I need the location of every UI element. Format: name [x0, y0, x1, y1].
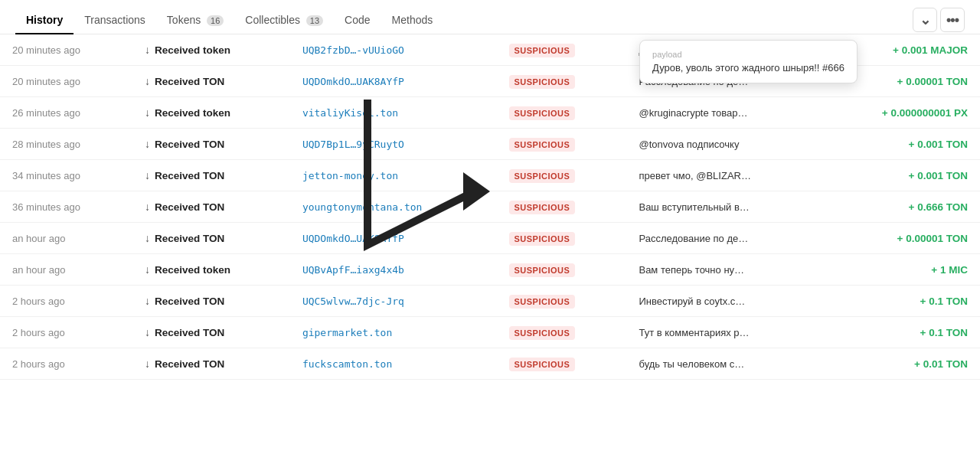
- row-badge-cell: SUSPICIOUS: [497, 254, 627, 286]
- row-time: 20 minutes ago: [0, 66, 132, 97]
- tab-bar: History Transactions Tokens 16 Collectib…: [0, 0, 980, 34]
- row-amount: + 1 MIC: [822, 254, 980, 286]
- payload-label: payload: [652, 50, 844, 59]
- more-options-button[interactable]: •••: [940, 8, 965, 32]
- row-address[interactable]: UQDOmkdO…UAK8AYfP: [290, 66, 497, 97]
- row-address[interactable]: youngtonymontana.ton: [290, 191, 497, 223]
- suspicious-badge: SUSPICIOUS: [509, 169, 576, 183]
- row-type-label: Received token: [155, 107, 230, 119]
- row-time: 36 minutes ago: [0, 191, 132, 223]
- row-type: ↓ Received token: [132, 34, 290, 66]
- table-row[interactable]: an hour ago ↓ Received token UQBvApfF…ia…: [0, 254, 980, 286]
- receive-arrow-icon: ↓: [145, 106, 150, 119]
- suspicious-badge: SUSPICIOUS: [509, 106, 576, 120]
- row-badge-cell: SUSPICIOUS: [497, 34, 627, 66]
- row-time: 2 hours ago: [0, 317, 132, 348]
- row-type-label: Received TON: [155, 76, 224, 87]
- row-address[interactable]: UQB2fzbD…-vUUioGO: [290, 34, 497, 66]
- row-address[interactable]: fuckscamton.ton: [290, 348, 497, 380]
- row-comment: Ваш вступительный в…: [626, 191, 822, 223]
- table-row[interactable]: 2 hours ago ↓ Received TON UQC5wlvw…7djc…: [0, 286, 980, 317]
- row-type-label: Received TON: [155, 327, 224, 338]
- suspicious-badge: SUSPICIOUS: [509, 358, 576, 371]
- payload-popup: payload Дуров, уволь этого жадного шныря…: [639, 40, 858, 83]
- chevron-down-icon: ⌄: [920, 11, 931, 28]
- row-type: ↓ Received TON: [132, 129, 290, 160]
- row-address[interactable]: jetton-money.ton: [290, 160, 497, 191]
- row-badge-cell: SUSPICIOUS: [497, 348, 627, 380]
- table-row[interactable]: 34 minutes ago ↓ Received TON jetton-mon…: [0, 160, 980, 191]
- row-amount: + 0.001 TON: [822, 160, 980, 191]
- chevron-down-button[interactable]: ⌄: [913, 8, 937, 32]
- receive-arrow-icon: ↓: [145, 232, 150, 244]
- row-badge-cell: SUSPICIOUS: [497, 66, 627, 97]
- row-address[interactable]: UQD7Bp1L…9yCRuytO: [290, 129, 497, 160]
- table-row[interactable]: 28 minutes ago ↓ Received TON UQD7Bp1L…9…: [0, 129, 980, 160]
- row-type-label: Received TON: [155, 358, 224, 370]
- collectibles-badge: 13: [306, 15, 323, 26]
- tab-tokens[interactable]: Tokens 16: [156, 6, 235, 34]
- row-type-label: Received TON: [155, 170, 224, 181]
- row-address[interactable]: vitaliyKisel.ton: [290, 97, 497, 129]
- suspicious-badge: SUSPICIOUS: [509, 44, 576, 57]
- row-type-label: Received token: [155, 44, 230, 56]
- row-time: 20 minutes ago: [0, 34, 132, 66]
- tab-transactions[interactable]: Transactions: [74, 6, 156, 34]
- row-time: an hour ago: [0, 254, 132, 286]
- row-badge-cell: SUSPICIOUS: [497, 223, 627, 254]
- row-address[interactable]: gipermarket.ton: [290, 317, 497, 348]
- tab-code[interactable]: Code: [334, 6, 381, 34]
- row-type-label: Received TON: [155, 139, 224, 150]
- suspicious-badge: SUSPICIOUS: [509, 201, 576, 214]
- receive-arrow-icon: ↓: [145, 169, 150, 181]
- transaction-table-container: 20 minutes ago ↓ Received token UQB2fzbD…: [0, 34, 980, 380]
- row-type: ↓ Received TON: [132, 286, 290, 317]
- row-badge-cell: SUSPICIOUS: [497, 286, 627, 317]
- row-amount: + 0.1 TON: [822, 286, 980, 317]
- transaction-table: 20 minutes ago ↓ Received token UQB2fzbD…: [0, 34, 980, 380]
- row-comment: Расследование по де…: [626, 223, 822, 254]
- row-type: ↓ Received TON: [132, 223, 290, 254]
- row-address[interactable]: UQBvApfF…iaxg4x4b: [290, 254, 497, 286]
- row-type-label: Received token: [155, 264, 230, 276]
- row-comment: Тут в комментариях р…: [626, 317, 822, 348]
- row-badge-cell: SUSPICIOUS: [497, 191, 627, 223]
- row-time: 2 hours ago: [0, 348, 132, 380]
- row-time: 28 minutes ago: [0, 129, 132, 160]
- row-comment: превет чмо, @BLIZAR…: [626, 160, 822, 191]
- suspicious-badge: SUSPICIOUS: [509, 263, 576, 277]
- table-row[interactable]: 26 minutes ago ↓ Received token vitaliyK…: [0, 97, 980, 129]
- tokens-badge: 16: [207, 15, 224, 26]
- row-type: ↓ Received TON: [132, 191, 290, 223]
- suspicious-badge: SUSPICIOUS: [509, 295, 576, 309]
- row-time: 2 hours ago: [0, 286, 132, 317]
- receive-arrow-icon: ↓: [145, 358, 150, 370]
- tab-history[interactable]: History: [15, 6, 74, 34]
- more-icon: •••: [946, 12, 959, 28]
- row-badge-cell: SUSPICIOUS: [497, 129, 627, 160]
- row-address[interactable]: UQDOmkdO…UAK8AYfP: [290, 223, 497, 254]
- row-address[interactable]: UQC5wlvw…7djc-Jrq: [290, 286, 497, 317]
- row-type: ↓ Received TON: [132, 66, 290, 97]
- row-comment: @kruginacrypte товар…: [626, 97, 822, 129]
- row-comment: Инвестируй в соytx.c…: [626, 286, 822, 317]
- table-row[interactable]: 2 hours ago ↓ Received TON fuckscamton.t…: [0, 348, 980, 380]
- tab-methods[interactable]: Methods: [381, 6, 444, 34]
- row-comment: будь ты человеком с…: [626, 348, 822, 380]
- top-actions: ⌄ •••: [913, 8, 965, 32]
- row-time: an hour ago: [0, 223, 132, 254]
- receive-arrow-icon: ↓: [145, 138, 150, 150]
- row-type-label: Received TON: [155, 233, 224, 244]
- row-type: ↓ Received token: [132, 254, 290, 286]
- receive-arrow-icon: ↓: [145, 44, 150, 56]
- table-row[interactable]: 2 hours ago ↓ Received TON gipermarket.t…: [0, 317, 980, 348]
- suspicious-badge: SUSPICIOUS: [509, 232, 576, 246]
- table-row[interactable]: 36 minutes ago ↓ Received TON youngtonym…: [0, 191, 980, 223]
- row-badge-cell: SUSPICIOUS: [497, 317, 627, 348]
- row-amount: + 0.000000001 PX: [822, 97, 980, 129]
- row-comment: @tonvova подписочку: [626, 129, 822, 160]
- row-type: ↓ Received TON: [132, 317, 290, 348]
- tab-collectibles[interactable]: Collectibles 13: [234, 6, 334, 34]
- suspicious-badge: SUSPICIOUS: [509, 75, 576, 89]
- table-row[interactable]: an hour ago ↓ Received TON UQDOmkdO…UAK8…: [0, 223, 980, 254]
